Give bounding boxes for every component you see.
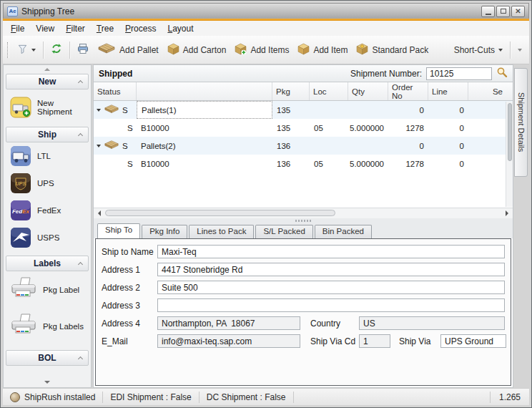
menubar: File View Filter Tree Process Layout [3, 21, 529, 36]
sidebar-item-new-shipment[interactable]: New Shipment [4, 89, 91, 125]
standard-pack-button[interactable]: Standard Pack [352, 40, 433, 60]
status-value: S [122, 106, 128, 115]
column-header-loc[interactable]: Loc [310, 82, 348, 100]
address1-field[interactable] [157, 263, 505, 276]
add-carton-label: Add Carton [183, 45, 227, 55]
country-field[interactable] [359, 316, 505, 330]
address4-field[interactable] [157, 316, 300, 330]
menu-process[interactable]: Process [119, 22, 162, 35]
menu-view[interactable]: View [30, 22, 60, 35]
ship-via-cd-field[interactable] [359, 334, 390, 348]
row-qty-cell [348, 137, 388, 155]
add-items-button[interactable]: Add Items [230, 40, 293, 60]
sidebar-scroll-down[interactable] [4, 379, 91, 387]
titlebar: Ae Shipping Tree ✕ [3, 3, 529, 19]
menu-tree[interactable]: Tree [91, 22, 119, 35]
sidebar-group-ship[interactable]: Ship [6, 127, 89, 142]
toolbar-separator [510, 42, 511, 59]
toolbar-overflow-button[interactable] [513, 44, 526, 55]
search-magnifier-icon[interactable] [496, 67, 508, 80]
row-qty-cell: 5.000000 [348, 155, 388, 173]
menu-layout[interactable]: Layout [162, 22, 199, 35]
table-row[interactable]: S B10000 136 05 5.000000 1278 0 [94, 155, 513, 173]
add-carton-button[interactable]: Add Carton [163, 40, 231, 60]
column-header-status[interactable]: Status [94, 82, 137, 100]
email-field[interactable] [157, 334, 300, 348]
app-icon: Ae [7, 6, 18, 16]
sidebar-group-new[interactable]: New [6, 74, 89, 89]
ship-to-name-field[interactable] [157, 245, 505, 258]
row-name-cell: Pallets(2) [137, 137, 272, 155]
sidebar-group-bol[interactable]: BOL [6, 350, 89, 366]
shipment-details-tab[interactable]: Shipment Details [514, 68, 528, 177]
tab-pkg-info[interactable]: Pkg Info [142, 225, 187, 238]
collapse-chevron-icon [78, 262, 83, 267]
minimize-button[interactable] [481, 6, 495, 17]
scroll-right-arrow[interactable] [502, 208, 513, 218]
group-bol-title: BOL [38, 353, 56, 363]
minimize-icon [486, 14, 491, 15]
sidebar-item-ups[interactable]: UPS UPS [4, 170, 91, 197]
expand-arrow-icon[interactable] [97, 109, 101, 114]
column-header-order-no[interactable]: Order No [388, 82, 428, 100]
row-name-cell[interactable]: Pallets(1) [137, 101, 272, 119]
print-button[interactable] [73, 40, 93, 59]
column-header-se[interactable]: Se [468, 82, 513, 100]
horizontal-scroll-thumb[interactable] [105, 210, 335, 216]
toolbar-grip[interactable] [7, 42, 9, 58]
row-pkg-cell: 136 [272, 155, 310, 173]
status-value: S [127, 160, 133, 168]
shortcuts-button[interactable]: Short-Cuts [450, 42, 507, 58]
expand-arrow-icon[interactable] [97, 145, 101, 150]
ship-via-cd-label: Ship Via Cd [310, 336, 359, 346]
refresh-button[interactable] [46, 40, 66, 59]
menu-filter[interactable]: Filter [60, 22, 91, 35]
table-row[interactable]: S B10000 135 05 5.000000 1278 0 [94, 119, 513, 137]
main-wrap: Shipped Shipment Number: Status Pk [92, 64, 513, 388]
row-qty-cell: 5.000000 [348, 119, 388, 137]
tab-sl-packed[interactable]: S/L Packed [255, 225, 312, 238]
sidebar-scroll-up[interactable] [4, 65, 91, 72]
sidebar-item-fedex[interactable]: FedEx FedEx [4, 197, 91, 224]
close-button[interactable]: ✕ [511, 6, 525, 17]
toolbar-separator [69, 42, 70, 59]
table-row[interactable]: S Pallets(1) 135 0 0 [94, 101, 513, 119]
sidebar-item-ltl[interactable]: LTL [4, 142, 91, 170]
grid-horizontal-scrollbar[interactable] [94, 208, 513, 218]
row-line-cell: 0 [428, 101, 468, 119]
overflow-caret-icon [518, 49, 522, 54]
row-order-no-cell: 1278 [388, 119, 428, 137]
sidebar-group-labels[interactable]: Labels [6, 256, 89, 271]
maximize-button[interactable] [496, 6, 510, 17]
ship-via-field[interactable] [440, 334, 506, 348]
column-header-qty[interactable]: Qty [348, 82, 388, 100]
sidebar-item-pkg-label[interactable]: Pkg Label [4, 271, 91, 308]
column-header-pkg[interactable]: Pkg [272, 82, 310, 100]
sidebar-item-pkg-labels[interactable]: Pkg Labels [4, 308, 91, 344]
filter-button[interactable] [13, 41, 40, 59]
grid-vertical-scrollbar[interactable] [506, 102, 513, 207]
row-line-cell: 0 [428, 155, 468, 173]
column-header-name[interactable] [137, 82, 272, 100]
add-item-button[interactable]: Add Item [293, 40, 352, 60]
edi-shipment-status: EDI Shipment : False [103, 392, 199, 403]
pkg-labels-printer-icon [10, 314, 37, 339]
sidebar-item-usps[interactable]: USPS [4, 224, 91, 251]
tab-lines-to-pack[interactable]: Lines to Pack [189, 225, 254, 238]
column-header-line[interactable]: Line [428, 82, 468, 100]
scroll-left-arrow[interactable] [94, 208, 104, 218]
row-order-no-cell: 1278 [388, 155, 428, 173]
address3-field[interactable] [157, 298, 505, 312]
vertical-scroll-thumb[interactable] [508, 103, 512, 161]
standard-pack-label: Standard Pack [372, 45, 428, 55]
panel-splitter[interactable] [94, 218, 513, 223]
address2-field[interactable] [157, 281, 505, 294]
shipment-number-input[interactable] [426, 67, 492, 80]
tab-ship-to[interactable]: Ship To [97, 223, 140, 238]
tab-bin-packed[interactable]: Bin Packed [315, 225, 372, 238]
table-row[interactable]: S Pallets(2) 136 0 0 [94, 137, 513, 155]
group-ship-title: Ship [38, 130, 56, 140]
menu-file[interactable]: File [5, 22, 30, 35]
content-area: New New Shipment [3, 64, 529, 388]
add-pallet-button[interactable]: Add Pallet [93, 39, 163, 60]
